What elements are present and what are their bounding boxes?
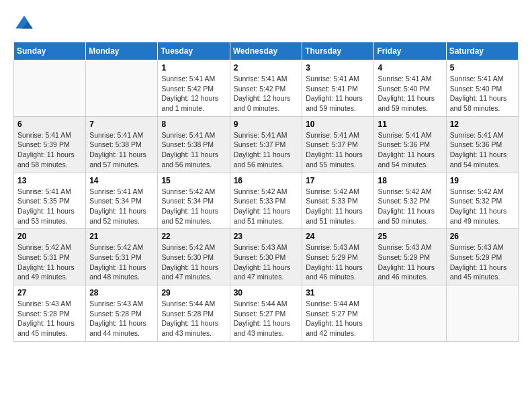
calendar-cell: 4Sunrise: 5:41 AM Sunset: 5:40 PM Daylig…: [374, 60, 446, 117]
weekday-header: Saturday: [446, 42, 518, 60]
logo: [13, 13, 38, 35]
day-number: 3: [306, 63, 370, 73]
day-number: 7: [89, 120, 154, 129]
weekday-header: Thursday: [302, 42, 374, 60]
calendar-row: 6Sunrise: 5:41 AM Sunset: 5:39 PM Daylig…: [14, 116, 519, 173]
day-info: Sunrise: 5:41 AM Sunset: 5:36 PM Dayligh…: [378, 130, 442, 170]
day-info: Sunrise: 5:42 AM Sunset: 5:31 PM Dayligh…: [17, 242, 82, 282]
calendar-table: SundayMondayTuesdayWednesdayThursdayFrid…: [13, 42, 519, 342]
day-info: Sunrise: 5:41 AM Sunset: 5:41 PM Dayligh…: [306, 74, 370, 113]
day-info: Sunrise: 5:43 AM Sunset: 5:30 PM Dayligh…: [234, 242, 299, 282]
calendar-cell: 21Sunrise: 5:42 AM Sunset: 5:31 PM Dayli…: [86, 229, 158, 285]
day-number: 14: [89, 176, 154, 185]
calendar-cell: 13Sunrise: 5:41 AM Sunset: 5:35 PM Dayli…: [14, 173, 86, 229]
calendar-cell: 11Sunrise: 5:41 AM Sunset: 5:36 PM Dayli…: [374, 116, 446, 173]
day-info: Sunrise: 5:41 AM Sunset: 5:40 PM Dayligh…: [450, 74, 515, 113]
day-number: 4: [378, 63, 442, 73]
day-number: 27: [17, 288, 82, 298]
day-number: 2: [234, 63, 299, 73]
calendar-cell: 24Sunrise: 5:43 AM Sunset: 5:29 PM Dayli…: [302, 229, 374, 285]
day-number: 5: [450, 63, 515, 73]
weekday-header: Sunday: [14, 42, 86, 60]
day-info: Sunrise: 5:44 AM Sunset: 5:28 PM Dayligh…: [161, 299, 226, 338]
calendar-cell: 3Sunrise: 5:41 AM Sunset: 5:41 PM Daylig…: [302, 60, 374, 117]
day-number: 13: [17, 176, 82, 185]
day-number: 16: [234, 176, 299, 185]
day-info: Sunrise: 5:43 AM Sunset: 5:28 PM Dayligh…: [89, 299, 154, 338]
day-info: Sunrise: 5:43 AM Sunset: 5:29 PM Dayligh…: [306, 242, 370, 282]
day-number: 23: [234, 232, 299, 241]
day-info: Sunrise: 5:44 AM Sunset: 5:27 PM Dayligh…: [234, 299, 299, 338]
day-info: Sunrise: 5:44 AM Sunset: 5:27 PM Dayligh…: [306, 299, 370, 338]
calendar-cell: 14Sunrise: 5:41 AM Sunset: 5:34 PM Dayli…: [86, 173, 158, 229]
day-info: Sunrise: 5:42 AM Sunset: 5:34 PM Dayligh…: [161, 187, 226, 226]
day-info: Sunrise: 5:41 AM Sunset: 5:42 PM Dayligh…: [161, 74, 226, 113]
day-info: Sunrise: 5:41 AM Sunset: 5:37 PM Dayligh…: [306, 130, 370, 170]
calendar-row: 13Sunrise: 5:41 AM Sunset: 5:35 PM Dayli…: [14, 173, 519, 229]
calendar-cell: 28Sunrise: 5:43 AM Sunset: 5:28 PM Dayli…: [86, 285, 158, 342]
calendar-cell: 16Sunrise: 5:42 AM Sunset: 5:33 PM Dayli…: [230, 173, 302, 229]
weekday-header: Monday: [86, 42, 158, 60]
calendar-cell: 23Sunrise: 5:43 AM Sunset: 5:30 PM Dayli…: [230, 229, 302, 285]
day-info: Sunrise: 5:42 AM Sunset: 5:33 PM Dayligh…: [234, 187, 299, 226]
weekday-header: Friday: [374, 42, 446, 60]
day-number: 30: [234, 288, 299, 298]
page-header: [13, 13, 519, 35]
day-info: Sunrise: 5:42 AM Sunset: 5:33 PM Dayligh…: [306, 187, 370, 226]
calendar-cell: [374, 285, 446, 342]
day-info: Sunrise: 5:42 AM Sunset: 5:32 PM Dayligh…: [450, 187, 515, 226]
day-info: Sunrise: 5:41 AM Sunset: 5:40 PM Dayligh…: [378, 74, 442, 113]
day-number: 8: [161, 120, 226, 129]
day-info: Sunrise: 5:41 AM Sunset: 5:34 PM Dayligh…: [89, 187, 154, 226]
calendar-cell: 12Sunrise: 5:41 AM Sunset: 5:36 PM Dayli…: [446, 116, 518, 173]
calendar-cell: 30Sunrise: 5:44 AM Sunset: 5:27 PM Dayli…: [230, 285, 302, 342]
calendar-cell: 25Sunrise: 5:43 AM Sunset: 5:29 PM Dayli…: [374, 229, 446, 285]
calendar-cell: 6Sunrise: 5:41 AM Sunset: 5:39 PM Daylig…: [14, 116, 86, 173]
calendar-row: 27Sunrise: 5:43 AM Sunset: 5:28 PM Dayli…: [14, 285, 519, 342]
calendar-row: 20Sunrise: 5:42 AM Sunset: 5:31 PM Dayli…: [14, 229, 519, 285]
day-number: 25: [378, 232, 442, 241]
day-number: 1: [161, 63, 226, 73]
day-info: Sunrise: 5:41 AM Sunset: 5:36 PM Dayligh…: [450, 130, 515, 170]
day-number: 18: [378, 176, 442, 185]
calendar-cell: 19Sunrise: 5:42 AM Sunset: 5:32 PM Dayli…: [446, 173, 518, 229]
day-number: 28: [89, 288, 154, 298]
day-info: Sunrise: 5:41 AM Sunset: 5:37 PM Dayligh…: [234, 130, 299, 170]
calendar-cell: 2Sunrise: 5:41 AM Sunset: 5:42 PM Daylig…: [230, 60, 302, 117]
day-number: 19: [450, 176, 515, 185]
calendar-cell: 5Sunrise: 5:41 AM Sunset: 5:40 PM Daylig…: [446, 60, 518, 117]
day-number: 29: [161, 288, 226, 298]
day-info: Sunrise: 5:43 AM Sunset: 5:29 PM Dayligh…: [378, 242, 442, 282]
calendar-cell: 9Sunrise: 5:41 AM Sunset: 5:37 PM Daylig…: [230, 116, 302, 173]
day-number: 11: [378, 120, 442, 129]
day-info: Sunrise: 5:41 AM Sunset: 5:39 PM Dayligh…: [17, 130, 82, 170]
day-info: Sunrise: 5:41 AM Sunset: 5:38 PM Dayligh…: [89, 130, 154, 170]
day-info: Sunrise: 5:41 AM Sunset: 5:38 PM Dayligh…: [161, 130, 226, 170]
calendar-cell: [446, 285, 518, 342]
calendar-cell: 29Sunrise: 5:44 AM Sunset: 5:28 PM Dayli…: [158, 285, 230, 342]
day-number: 10: [306, 120, 370, 129]
calendar-cell: 27Sunrise: 5:43 AM Sunset: 5:28 PM Dayli…: [14, 285, 86, 342]
calendar-cell: 15Sunrise: 5:42 AM Sunset: 5:34 PM Dayli…: [158, 173, 230, 229]
calendar-row: 1Sunrise: 5:41 AM Sunset: 5:42 PM Daylig…: [14, 60, 519, 117]
day-number: 24: [306, 232, 370, 241]
calendar-cell: 17Sunrise: 5:42 AM Sunset: 5:33 PM Dayli…: [302, 173, 374, 229]
calendar-cell: 31Sunrise: 5:44 AM Sunset: 5:27 PM Dayli…: [302, 285, 374, 342]
calendar-cell: 22Sunrise: 5:42 AM Sunset: 5:30 PM Dayli…: [158, 229, 230, 285]
calendar-cell: 10Sunrise: 5:41 AM Sunset: 5:37 PM Dayli…: [302, 116, 374, 173]
calendar-cell: [86, 60, 158, 117]
day-info: Sunrise: 5:43 AM Sunset: 5:29 PM Dayligh…: [450, 242, 515, 282]
day-number: 17: [306, 176, 370, 185]
day-info: Sunrise: 5:41 AM Sunset: 5:35 PM Dayligh…: [17, 187, 82, 226]
day-number: 9: [234, 120, 299, 129]
calendar-cell: 1Sunrise: 5:41 AM Sunset: 5:42 PM Daylig…: [158, 60, 230, 117]
day-number: 12: [450, 120, 515, 129]
day-number: 22: [161, 232, 226, 241]
day-number: 15: [161, 176, 226, 185]
day-number: 31: [306, 288, 370, 298]
day-number: 26: [450, 232, 515, 241]
day-info: Sunrise: 5:43 AM Sunset: 5:28 PM Dayligh…: [17, 299, 82, 338]
calendar-cell: [14, 60, 86, 117]
day-info: Sunrise: 5:41 AM Sunset: 5:42 PM Dayligh…: [234, 74, 299, 113]
day-number: 21: [89, 232, 154, 241]
